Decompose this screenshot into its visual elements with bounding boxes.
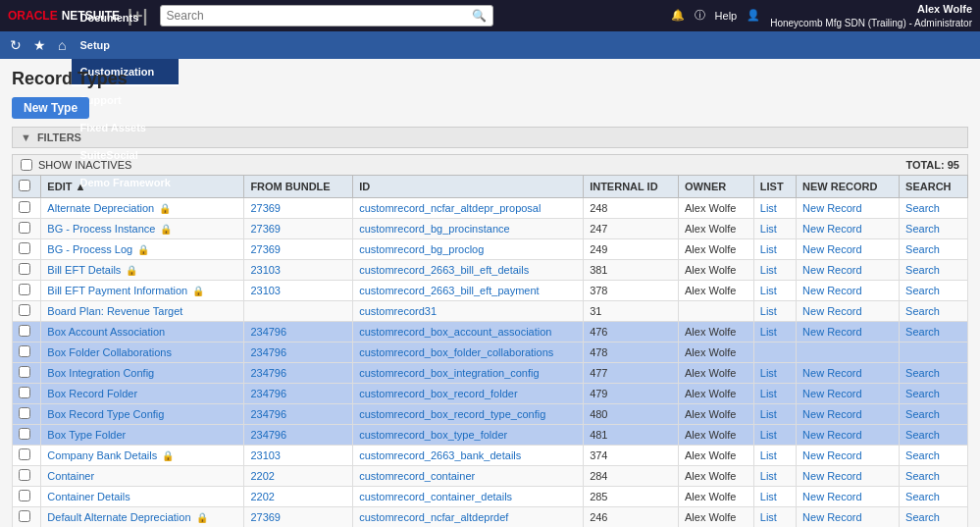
col-header-id[interactable]: ID <box>353 176 584 198</box>
bundle-link[interactable]: 234796 <box>250 388 286 399</box>
col-header-search[interactable]: SEARCH <box>900 176 968 198</box>
row-checkbox[interactable] <box>19 242 30 254</box>
search-link[interactable]: Search <box>905 202 940 214</box>
help-icon[interactable]: ⓘ <box>695 8 705 23</box>
list-link[interactable]: List <box>760 367 777 379</box>
col-header-new_record[interactable]: NEW RECORD <box>797 176 900 198</box>
edit-link[interactable]: Box Record Folder <box>47 388 137 399</box>
bundle-link[interactable]: 27369 <box>250 511 281 523</box>
list-link[interactable]: List <box>760 491 777 502</box>
id-link[interactable]: customrecord_box_integration_config <box>359 367 539 379</box>
edit-link[interactable]: Box Integration Config <box>47 367 154 379</box>
id-link[interactable]: customrecord_ncfar_altdepr_proposal <box>359 202 541 214</box>
new-record-link[interactable]: New Record <box>802 429 862 441</box>
edit-link[interactable]: Bill EFT Details <box>47 264 121 276</box>
new-record-link[interactable]: New Record <box>802 491 862 502</box>
new-record-link[interactable]: New Record <box>802 511 862 523</box>
id-link[interactable]: customrecord_2663_bill_eft_details <box>359 264 529 276</box>
id-link[interactable]: customrecord31 <box>359 305 437 317</box>
bundle-link[interactable]: 27369 <box>250 243 281 255</box>
edit-link[interactable]: Company Bank Details <box>47 449 157 461</box>
search-link[interactable]: Search <box>905 243 940 255</box>
edit-link[interactable]: Default Alternate Depreciation <box>47 511 190 523</box>
list-link[interactable]: List <box>760 305 777 317</box>
id-link[interactable]: customrecord_ncfar_altdeprdef <box>359 511 508 523</box>
bundle-link[interactable]: 234796 <box>250 367 286 379</box>
id-link[interactable]: customrecord_2663_bill_eft_payment <box>359 285 539 296</box>
id-link[interactable]: customrecord_2663_bank_details <box>359 449 521 461</box>
id-link[interactable]: customrecord_box_record_type_config <box>359 408 545 420</box>
new-record-link[interactable]: New Record <box>802 243 862 255</box>
id-link[interactable]: customrecord_box_account_association <box>359 326 551 338</box>
row-checkbox[interactable] <box>19 387 30 398</box>
bundle-link[interactable]: 27369 <box>250 223 281 235</box>
edit-link[interactable]: Bill EFT Payment Information <box>47 285 187 296</box>
row-checkbox[interactable] <box>19 263 30 275</box>
favorites-button[interactable]: ★ <box>27 31 52 59</box>
search-button[interactable]: 🔍 <box>472 9 487 23</box>
search-link[interactable]: Search <box>905 305 940 317</box>
back-button[interactable]: ↻ <box>4 31 27 59</box>
list-link[interactable]: List <box>760 202 777 214</box>
new-record-link[interactable]: New Record <box>802 326 862 338</box>
search-link[interactable]: Search <box>905 511 940 523</box>
row-checkbox[interactable] <box>19 345 30 357</box>
search-link[interactable]: Search <box>905 326 940 338</box>
new-record-link[interactable]: New Record <box>802 470 862 482</box>
search-link[interactable]: Search <box>905 264 940 276</box>
list-link[interactable]: List <box>760 449 777 461</box>
list-link[interactable]: List <box>760 243 777 255</box>
edit-link[interactable]: Box Type Folder <box>47 429 126 441</box>
row-checkbox[interactable] <box>19 304 30 316</box>
bundle-link[interactable]: 23103 <box>250 449 281 461</box>
row-checkbox[interactable] <box>19 201 30 213</box>
new-record-link[interactable]: New Record <box>802 202 862 214</box>
new-record-link[interactable]: New Record <box>802 367 862 379</box>
bundle-link[interactable]: 27369 <box>250 202 281 214</box>
list-link[interactable]: List <box>760 511 777 523</box>
edit-link[interactable]: Box Folder Collaborations <box>47 346 172 358</box>
edit-link[interactable]: Box Account Association <box>47 326 165 338</box>
edit-link[interactable]: Board Plan: Revenue Target <box>47 305 182 317</box>
notification-icon[interactable]: 🔔 <box>671 9 685 22</box>
col-header-from_bundle[interactable]: FROM BUNDLE <box>244 176 353 198</box>
id-link[interactable]: customrecord_box_folder_collaborations <box>359 346 553 358</box>
row-checkbox[interactable] <box>19 510 30 522</box>
new-record-link[interactable]: New Record <box>802 285 862 296</box>
search-link[interactable]: Search <box>905 367 940 379</box>
bundle-link[interactable]: 23103 <box>250 285 281 296</box>
col-header-internal_id[interactable]: INTERNAL ID <box>584 176 679 198</box>
row-checkbox[interactable] <box>19 222 30 234</box>
search-link[interactable]: Search <box>905 223 940 235</box>
edit-link[interactable]: Container Details <box>47 491 129 502</box>
col-header-list[interactable]: LIST <box>753 176 796 198</box>
row-checkbox[interactable] <box>19 428 30 440</box>
bundle-link[interactable]: 234796 <box>250 326 286 338</box>
bundle-link[interactable]: 23103 <box>250 264 281 276</box>
row-checkbox[interactable] <box>19 490 30 501</box>
bundle-link[interactable]: 2202 <box>250 491 274 502</box>
search-input[interactable] <box>167 9 472 23</box>
bundle-link[interactable]: 234796 <box>250 429 286 441</box>
id-link[interactable]: customrecord_container_details <box>359 491 512 502</box>
bundle-link[interactable]: 2202 <box>250 470 274 482</box>
list-link[interactable]: List <box>760 223 777 235</box>
list-link[interactable]: List <box>760 285 777 296</box>
id-link[interactable]: customrecord_bg_proclog <box>359 243 484 255</box>
new-record-link[interactable]: New Record <box>802 408 862 420</box>
new-record-link[interactable]: New Record <box>802 388 862 399</box>
search-link[interactable]: Search <box>905 285 940 296</box>
nav-item-documents[interactable]: Documents <box>72 4 178 31</box>
list-link[interactable]: List <box>760 264 777 276</box>
edit-link[interactable]: BG - Process Instance <box>47 223 155 235</box>
row-checkbox[interactable] <box>19 407 30 419</box>
new-type-button[interactable]: New Type <box>12 97 89 119</box>
row-checkbox[interactable] <box>19 325 30 337</box>
bundle-link[interactable]: 234796 <box>250 408 286 420</box>
select-all-checkbox[interactable] <box>19 180 30 191</box>
show-inactives-checkbox[interactable] <box>21 159 32 171</box>
row-checkbox[interactable] <box>19 284 30 295</box>
new-record-link[interactable]: New Record <box>802 449 862 461</box>
list-link[interactable]: List <box>760 408 777 420</box>
id-link[interactable]: customrecord_container <box>359 470 475 482</box>
